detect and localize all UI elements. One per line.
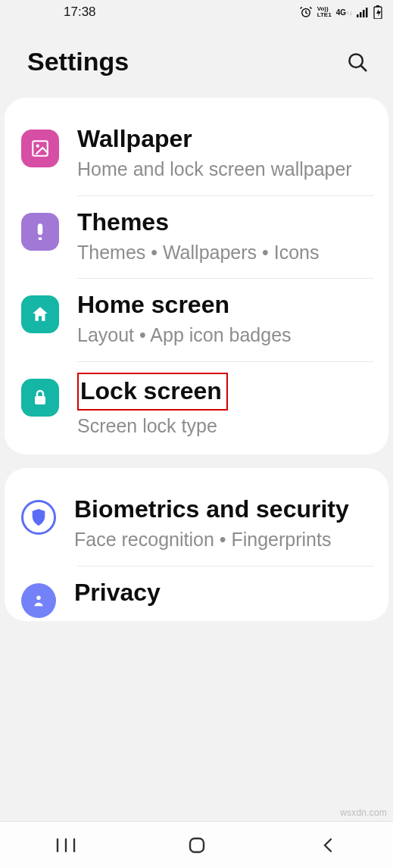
page-title: Settings: [27, 47, 129, 76]
settings-item-privacy[interactable]: Privacy: [5, 567, 388, 618]
signal-icon: [357, 7, 369, 17]
item-subtitle: Home and lock screen wallpaper: [77, 157, 373, 182]
svg-rect-8: [33, 141, 48, 156]
svg-point-11: [36, 595, 41, 600]
settings-group-2: Biometrics and security Face recognition…: [5, 468, 388, 621]
shield-icon: [21, 500, 56, 535]
svg-rect-2: [360, 12, 362, 17]
item-title: Themes: [77, 207, 169, 237]
search-icon: [346, 51, 369, 73]
status-time: 17:38: [64, 5, 96, 20]
svg-rect-15: [190, 838, 204, 852]
item-title: Lock screen: [77, 373, 228, 411]
item-title: Wallpaper: [77, 123, 192, 154]
settings-item-home-screen[interactable]: Home screen Layout • App icon badges: [5, 279, 388, 361]
navigation-bar: [0, 821, 393, 868]
back-button[interactable]: [305, 830, 351, 860]
status-indicators: Vo)) LTE1 4G↑↓: [299, 5, 382, 19]
svg-rect-10: [35, 396, 45, 404]
network-indicator: 4G↑↓: [336, 8, 352, 17]
svg-rect-1: [357, 14, 359, 17]
volte-indicator: Vo)) LTE1: [317, 6, 332, 18]
item-subtitle: Themes • Wallpapers • Icons: [77, 240, 373, 265]
settings-item-biometrics[interactable]: Biometrics and security Face recognition…: [5, 483, 388, 566]
item-subtitle: Layout • App icon badges: [77, 323, 373, 348]
privacy-icon: [21, 583, 56, 618]
home-icon: [21, 295, 59, 333]
battery-icon: [373, 5, 382, 19]
item-title: Privacy: [74, 577, 161, 607]
themes-icon: [21, 213, 59, 251]
recents-button[interactable]: [43, 830, 89, 860]
settings-item-lock-screen[interactable]: Lock screen Screen lock type: [5, 362, 388, 452]
item-title: Home screen: [77, 289, 229, 320]
wallpaper-icon: [21, 130, 59, 167]
page-header: Settings: [0, 24, 393, 98]
back-icon: [320, 836, 335, 854]
lock-icon: [21, 379, 59, 417]
settings-item-themes[interactable]: Themes Themes • Wallpapers • Icons: [5, 196, 388, 279]
alarm-icon: [299, 5, 313, 19]
svg-point-9: [36, 145, 39, 148]
home-button[interactable]: [174, 830, 220, 860]
settings-item-wallpaper[interactable]: Wallpaper Home and lock screen wallpaper: [5, 113, 388, 195]
settings-group-1: Wallpaper Home and lock screen wallpaper…: [5, 98, 388, 454]
recents-icon: [56, 838, 76, 853]
svg-rect-3: [363, 10, 365, 17]
home-nav-icon: [188, 836, 206, 854]
svg-rect-4: [366, 8, 368, 17]
item-title: Biometrics and security: [74, 494, 349, 524]
search-button[interactable]: [345, 49, 370, 75]
item-subtitle: Screen lock type: [77, 414, 373, 439]
status-bar: 17:38 Vo)) LTE1 4G↑↓: [0, 0, 393, 24]
item-subtitle: Face recognition • Fingerprints: [74, 527, 373, 552]
watermark: wsxdn.com: [340, 807, 387, 818]
